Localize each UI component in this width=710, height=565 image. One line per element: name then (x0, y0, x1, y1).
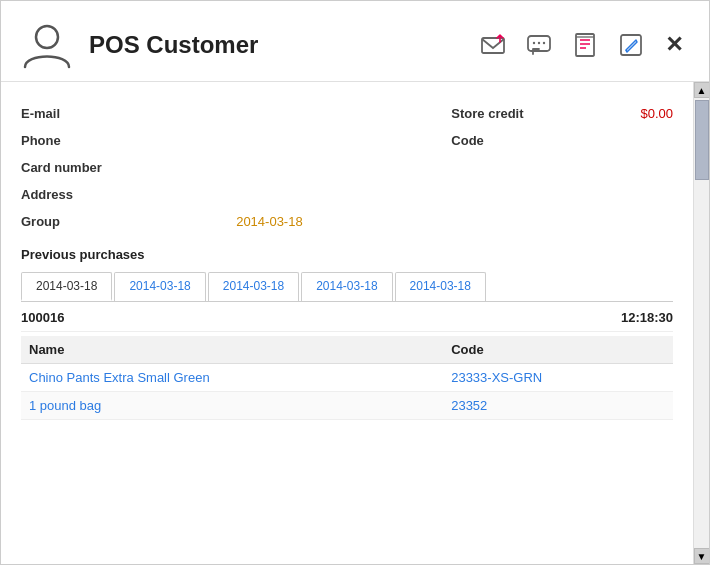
svg-point-3 (533, 42, 535, 44)
edit-icon (617, 31, 645, 59)
code-label: Code (451, 127, 581, 154)
items-table: Name Code Chino Pants Extra Small Green … (21, 336, 673, 420)
modal-header: POS Customer (1, 1, 709, 82)
tab-0[interactable]: 2014-03-18 (21, 272, 112, 301)
customer-name: POS Customer (89, 31, 258, 59)
item-code: 23333-XS-GRN (443, 364, 673, 392)
scrollbar: ▲ ▼ (693, 82, 709, 564)
chat-icon (525, 31, 553, 59)
name-column-header: Name (21, 336, 443, 364)
tab-4[interactable]: 2014-03-18 (395, 272, 486, 301)
email-row: E-mail Store credit $0.00 (21, 98, 673, 127)
code-column-header: Code (443, 336, 673, 364)
group-label: Group (21, 208, 236, 235)
address-value (236, 181, 451, 208)
tab-1[interactable]: 2014-03-18 (114, 272, 205, 301)
edit-button[interactable] (613, 27, 649, 63)
chat-button[interactable] (521, 27, 557, 63)
purchases-tabs: 2014-03-18 2014-03-18 2014-03-18 2014-03… (21, 272, 673, 302)
card-number-label: Card number (21, 154, 236, 181)
order-header: 100016 12:18:30 (21, 302, 673, 332)
email-button[interactable] (475, 27, 511, 63)
svg-point-4 (538, 42, 540, 44)
tab-2[interactable]: 2014-03-18 (208, 272, 299, 301)
scroll-thumb[interactable] (695, 100, 709, 180)
scroll-up-button[interactable]: ▲ (694, 82, 710, 98)
table-header-row: Name Code (21, 336, 673, 364)
scroll-down-button[interactable]: ▼ (694, 548, 710, 564)
receipt-icon (571, 31, 599, 59)
email-icon (479, 31, 507, 59)
code-value (582, 127, 673, 154)
svg-point-0 (36, 26, 58, 48)
table-row: 1 pound bag 23352 (21, 392, 673, 420)
group-value: 2014-03-18 (236, 208, 451, 235)
customer-avatar (21, 19, 73, 71)
close-button[interactable]: ✕ (659, 28, 689, 62)
item-code: 23352 (443, 392, 673, 420)
item-name: 1 pound bag (21, 392, 443, 420)
tab-3[interactable]: 2014-03-18 (301, 272, 392, 301)
email-label: E-mail (21, 98, 236, 127)
email-value (236, 98, 451, 127)
card-row: Card number (21, 154, 673, 181)
header-left: POS Customer (21, 19, 258, 71)
group-row: Group 2014-03-18 (21, 208, 673, 235)
customer-info-table: E-mail Store credit $0.00 Phone Code Car… (21, 98, 673, 235)
pos-customer-modal: POS Customer (0, 0, 710, 565)
store-credit-value: $0.00 (582, 98, 673, 127)
receipt-button[interactable] (567, 27, 603, 63)
header-actions: ✕ (475, 27, 689, 63)
svg-line-12 (626, 50, 627, 52)
modal-content: E-mail Store credit $0.00 Phone Code Car… (1, 82, 709, 564)
phone-row: Phone Code (21, 127, 673, 154)
card-number-value (236, 154, 451, 181)
table-row: Chino Pants Extra Small Green 23333-XS-G… (21, 364, 673, 392)
phone-label: Phone (21, 127, 236, 154)
main-panel: E-mail Store credit $0.00 Phone Code Car… (1, 82, 693, 564)
item-name: Chino Pants Extra Small Green (21, 364, 443, 392)
address-row: Address (21, 181, 673, 208)
order-time: 12:18:30 (621, 310, 673, 325)
previous-purchases-title: Previous purchases (21, 247, 673, 262)
address-label: Address (21, 181, 236, 208)
svg-point-5 (543, 42, 545, 44)
order-id: 100016 (21, 310, 64, 325)
phone-value (236, 127, 451, 154)
store-credit-label: Store credit (451, 98, 581, 127)
